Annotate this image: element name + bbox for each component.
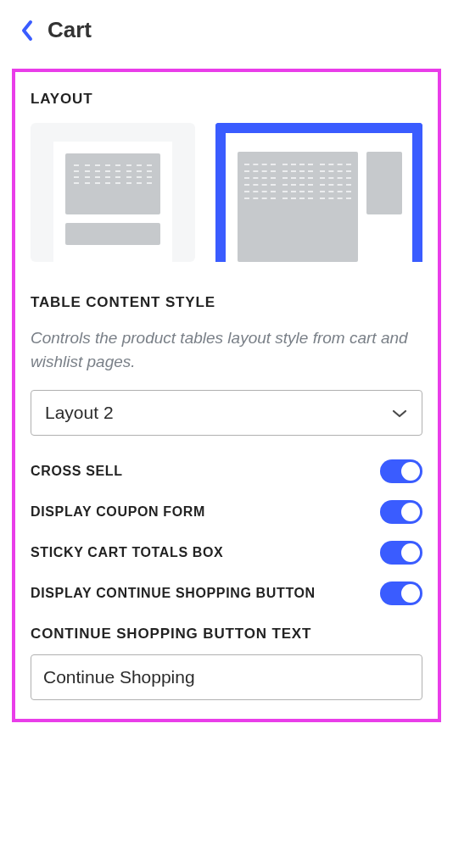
back-icon[interactable] xyxy=(20,19,34,42)
table-style-value: Layout 2 xyxy=(45,403,114,423)
table-style-description: Controls the product tables layout style… xyxy=(31,326,422,373)
continue-button-toggle[interactable] xyxy=(380,581,422,605)
continue-button-row: Display Continue Shopping Button xyxy=(31,581,422,605)
continue-text-input[interactable] xyxy=(31,654,422,700)
layout-thumbnails xyxy=(31,123,422,262)
sticky-totals-label: Sticky Cart Totals Box xyxy=(31,543,223,562)
table-style-select[interactable]: Layout 2 xyxy=(31,390,422,436)
continue-button-label: Display Continue Shopping Button xyxy=(31,584,316,603)
coupon-form-toggle[interactable] xyxy=(380,500,422,524)
table-style-label: Table Content Style xyxy=(31,294,422,311)
layout-option-1[interactable] xyxy=(31,123,195,262)
layout-option-2[interactable] xyxy=(215,123,422,262)
cross-sell-label: Cross Sell xyxy=(31,462,123,481)
chevron-down-icon xyxy=(391,403,408,423)
cross-sell-row: Cross Sell xyxy=(31,459,422,483)
coupon-form-row: Display Coupon Form xyxy=(31,500,422,524)
sticky-totals-toggle[interactable] xyxy=(380,541,422,565)
page-title: Cart xyxy=(48,17,92,43)
header: Cart xyxy=(0,0,453,53)
coupon-form-label: Display Coupon Form xyxy=(31,503,205,521)
settings-page: Cart Layout xyxy=(0,0,453,868)
continue-text-label: Continue Shopping Button Text xyxy=(31,626,422,643)
layout-section-label: Layout xyxy=(31,91,422,108)
sticky-totals-row: Sticky Cart Totals Box xyxy=(31,541,422,565)
cross-sell-toggle[interactable] xyxy=(380,459,422,483)
highlight-panel: Layout xyxy=(12,69,441,722)
